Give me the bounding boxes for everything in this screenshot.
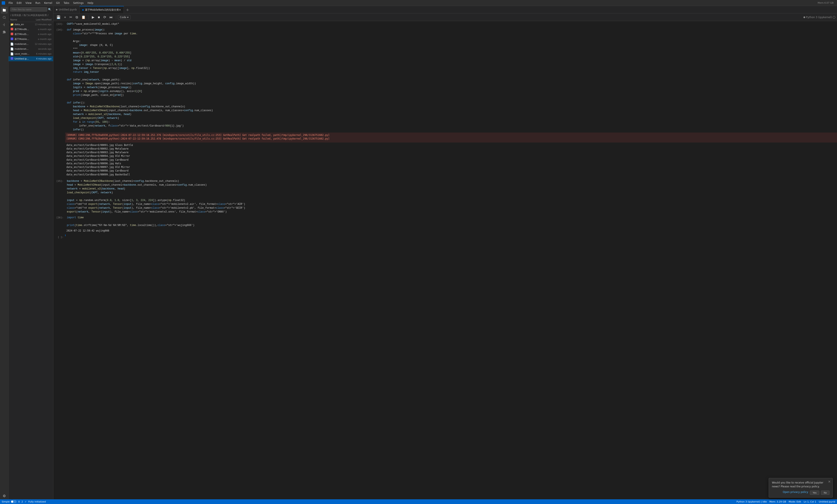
rail-search-icon[interactable] (1, 14, 8, 21)
file-time: a month ago (33, 33, 51, 35)
notebook-cell: [16]:import time print(time.strftime("%Y… (53, 215, 837, 234)
sidebar: 🔍 / 应用实践 / 热门LLM及其他AI应用 / Name Last Modi… (8, 6, 53, 499)
svg-point-1 (4, 23, 4, 24)
simple-label: Simple (2, 500, 10, 503)
menu-file[interactable]: File (7, 1, 15, 5)
rail-extensions-icon[interactable] (1, 29, 8, 35)
col-name-header[interactable]: Name (10, 18, 32, 21)
cell-input[interactable] (65, 235, 837, 236)
tab-dot-active (82, 9, 84, 11)
mode-status-label: Mode: Edit (788, 500, 801, 503)
rail-settings-icon[interactable] (1, 492, 8, 499)
filter-input[interactable] (10, 7, 47, 12)
svg-point-3 (3, 24, 4, 25)
cursor-label: Ln 1, Col 1 (804, 500, 816, 503)
menu-run[interactable]: Run (34, 1, 42, 5)
breadcrumb-text: / 应用实践 / 热门LLM及其他AI应用 / (10, 14, 49, 17)
cell-number: [15]: (53, 179, 65, 214)
cell-input[interactable]: CKPT="save_mobilenetV2_model.ckpt" (65, 21, 837, 27)
menu-tabs[interactable]: Tabs (62, 1, 71, 5)
toolbar: 💾 + ✂ ⧉ 📋 ▶ ■ ⟳ ⏭ Code ▾ Python 3 (ipyke… (53, 14, 837, 21)
breadcrumb: / 应用实践 / 热门LLM及其他AI应用 / (8, 13, 53, 18)
kernel-status-label: Python 3 (ipykernel) | Idle (736, 500, 767, 503)
cell-type-label: Code (120, 16, 126, 19)
file-icon: 📄 (10, 48, 14, 51)
tab-mobilenetv2[interactable]: 基于MobileNetv2的垃圾分类× (79, 6, 124, 13)
notification-close-button[interactable]: × (828, 480, 831, 484)
file-name: mobilenet... (15, 43, 33, 45)
status-check-icon: ✓ (25, 500, 27, 503)
file-row[interactable]: 📄mobilenet...seconds ago (8, 46, 53, 52)
cell-number: [ ]: (53, 235, 65, 240)
notification-actions: Open privacy policy Yes No (772, 490, 830, 495)
file-icon: 📁 (10, 23, 14, 26)
dropdown-arrow: ▾ (127, 16, 128, 19)
kernel-status-item[interactable]: Python 3 (ipykernel) | Idle (736, 500, 767, 503)
menu-edit[interactable]: Edit (15, 1, 23, 5)
file-icon (10, 33, 14, 36)
initialized-status: Fully initialized (29, 500, 46, 503)
cell-content: import time print(time.strftime("%Y-%m-%… (65, 215, 837, 234)
code-cell-count-item: 2 (21, 500, 23, 503)
paste-button[interactable]: 📋 (80, 15, 87, 20)
cell-output-stdout: data_en/test/Cardboard/00091.jpg Glass B… (65, 143, 837, 178)
file-name: data_en (15, 23, 33, 26)
tab-untitled[interactable]: Untitled.ipynb (53, 6, 79, 13)
menu-settings[interactable]: Settings (71, 1, 85, 5)
cell-input[interactable]: import time print(time.strftime("%Y-%m-%… (65, 215, 837, 228)
file-row[interactable]: 📄save_mobi...6 minutes ago (8, 52, 53, 56)
menu-kernel[interactable]: Kernel (42, 1, 54, 5)
file-row[interactable]: 基于MindS...a month ago (8, 32, 53, 37)
kernel-name-label: Python 3 (ipykernel) (806, 16, 832, 19)
cell-number: [14]: (53, 27, 65, 178)
cell-number: [13]: (53, 21, 65, 27)
file-time: a month ago (33, 38, 51, 40)
copy-button[interactable]: ⧉ (74, 15, 79, 20)
cell-type-dropdown[interactable]: Code ▾ (118, 15, 130, 19)
stop-button[interactable]: ■ (96, 15, 101, 20)
mem-info: Mem:4.07 GB (818, 1, 835, 4)
file-row[interactable]: Untitled.ip...4 minutes ago (8, 56, 53, 61)
tab-add-button[interactable]: + (124, 7, 131, 12)
sidebar-header: 🔍 (8, 6, 53, 13)
rail-git-icon[interactable] (1, 21, 8, 28)
cut-button[interactable]: ✂ (68, 15, 73, 20)
run-button[interactable]: ▶ (91, 15, 96, 20)
notebook-cell: [14]:def image_process(image): class="st… (53, 27, 837, 178)
file-name: 基于Mobile... (15, 38, 33, 41)
privacy-policy-link[interactable]: Open privacy policy (783, 490, 808, 495)
notification-yes-button[interactable]: Yes (810, 490, 819, 495)
file-row[interactable]: 基于MindN...a month ago (8, 27, 53, 32)
file-status-item: Untitled.ipynb (819, 500, 835, 503)
file-time: 6 minutes ago (33, 53, 51, 55)
cell-input[interactable]: def image_process(image): class="str">""… (65, 27, 837, 132)
cell-content (65, 235, 837, 240)
save-button[interactable]: 💾 (55, 15, 62, 20)
mem-status-item: Mem: 3.29 GB (769, 500, 786, 503)
menu-help[interactable]: Help (86, 1, 95, 5)
tab-label: Untitled.ipynb (59, 8, 77, 11)
run-all-button[interactable]: ⏭ (108, 15, 114, 20)
menu-view[interactable]: View (24, 1, 33, 5)
add-cell-button[interactable]: + (63, 15, 67, 20)
simple-mode-toggle[interactable]: Simple (2, 500, 17, 503)
kernel-selector: Python 3 (ipykernel) (803, 16, 835, 19)
mode-status-item: Mode: Edit (788, 500, 801, 503)
notification-text: Would you like to receive official Jupyt… (772, 481, 830, 488)
app-logo (2, 1, 5, 5)
notification-no-button[interactable]: No (821, 490, 830, 495)
col-modified-header[interactable]: Last Modified (32, 18, 51, 21)
tabbar: Untitled.ipynb 基于MobileNetv2的垃圾分类× + (53, 6, 837, 14)
cell-output-stdout: 2024-07-22 12:59:42 wujing666 (65, 228, 837, 234)
notification-popup: × Would you like to receive official Jup… (769, 478, 833, 498)
notebook: [13]:CKPT="save_mobilenetV2_model.ckpt"[… (53, 21, 837, 499)
restart-button[interactable]: ⟳ (102, 15, 107, 20)
file-row[interactable]: 📄mobilenet...12 minutes ago (8, 42, 53, 46)
menu-git[interactable]: Git (54, 1, 61, 5)
file-row[interactable]: 基于Mobile...a month ago (8, 37, 53, 42)
cell-input[interactable]: backbone = MobileNetV2Backbone(last_chan… (65, 179, 837, 214)
cell-content: def image_process(image): class="str">""… (65, 27, 837, 178)
rail-files-icon[interactable] (1, 7, 8, 14)
cursor-status-item: Ln 1, Col 1 (804, 500, 816, 503)
file-row[interactable]: 📁data_en13 minutes ago (8, 22, 53, 27)
